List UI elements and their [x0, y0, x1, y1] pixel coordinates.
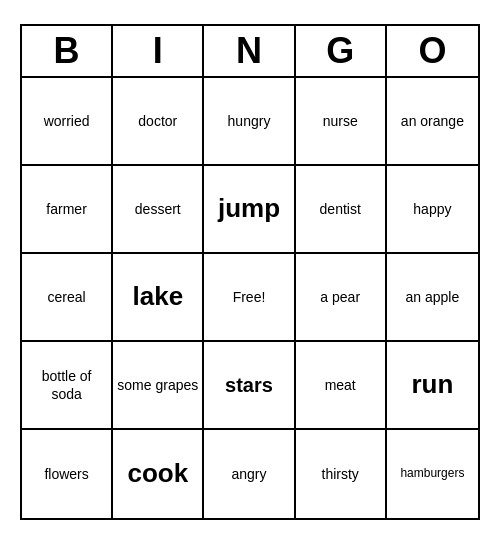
cell-text: some grapes — [117, 376, 198, 394]
bingo-cell: happy — [387, 166, 478, 254]
bingo-cell: jump — [204, 166, 295, 254]
bingo-cell: dessert — [113, 166, 204, 254]
header-letter: O — [387, 26, 478, 76]
cell-text: dentist — [320, 200, 361, 218]
cell-text: thirsty — [322, 465, 359, 483]
cell-text: an apple — [406, 288, 460, 306]
bingo-cell: stars — [204, 342, 295, 430]
bingo-cell: cook — [113, 430, 204, 518]
bingo-cell: worried — [22, 78, 113, 166]
bingo-cell: bottle of soda — [22, 342, 113, 430]
bingo-header: BINGO — [22, 26, 478, 78]
cell-text: farmer — [46, 200, 86, 218]
cell-text: hungry — [228, 112, 271, 130]
bingo-cell: some grapes — [113, 342, 204, 430]
bingo-cell: an orange — [387, 78, 478, 166]
bingo-cell: a pear — [296, 254, 387, 342]
cell-text: Free! — [233, 288, 266, 306]
cell-text: meat — [325, 376, 356, 394]
bingo-cell: nurse — [296, 78, 387, 166]
bingo-cell: meat — [296, 342, 387, 430]
cell-text: a pear — [320, 288, 360, 306]
bingo-cell: dentist — [296, 166, 387, 254]
cell-text: angry — [231, 465, 266, 483]
bingo-cell: angry — [204, 430, 295, 518]
bingo-cell: hungry — [204, 78, 295, 166]
bingo-cell: farmer — [22, 166, 113, 254]
cell-text: jump — [218, 192, 280, 226]
bingo-cell: run — [387, 342, 478, 430]
cell-text: flowers — [44, 465, 88, 483]
cell-text: bottle of soda — [26, 367, 107, 403]
header-letter: I — [113, 26, 204, 76]
cell-text: worried — [44, 112, 90, 130]
header-letter: B — [22, 26, 113, 76]
bingo-cell: Free! — [204, 254, 295, 342]
cell-text: happy — [413, 200, 451, 218]
bingo-cell: lake — [113, 254, 204, 342]
cell-text: cereal — [48, 288, 86, 306]
bingo-card: BINGO worrieddoctorhungrynursean orangef… — [20, 24, 480, 520]
bingo-cell: doctor — [113, 78, 204, 166]
cell-text: nurse — [323, 112, 358, 130]
cell-text: cook — [127, 457, 188, 491]
bingo-cell: hamburgers — [387, 430, 478, 518]
cell-text: hamburgers — [400, 466, 464, 482]
cell-text: dessert — [135, 200, 181, 218]
bingo-cell: an apple — [387, 254, 478, 342]
bingo-cell: cereal — [22, 254, 113, 342]
bingo-grid: worrieddoctorhungrynursean orangefarmerd… — [22, 78, 478, 518]
cell-text: run — [411, 368, 453, 402]
cell-text: doctor — [138, 112, 177, 130]
bingo-cell: flowers — [22, 430, 113, 518]
cell-text: an orange — [401, 112, 464, 130]
cell-text: lake — [132, 280, 183, 314]
header-letter: N — [204, 26, 295, 76]
header-letter: G — [296, 26, 387, 76]
bingo-cell: thirsty — [296, 430, 387, 518]
cell-text: stars — [225, 372, 273, 398]
